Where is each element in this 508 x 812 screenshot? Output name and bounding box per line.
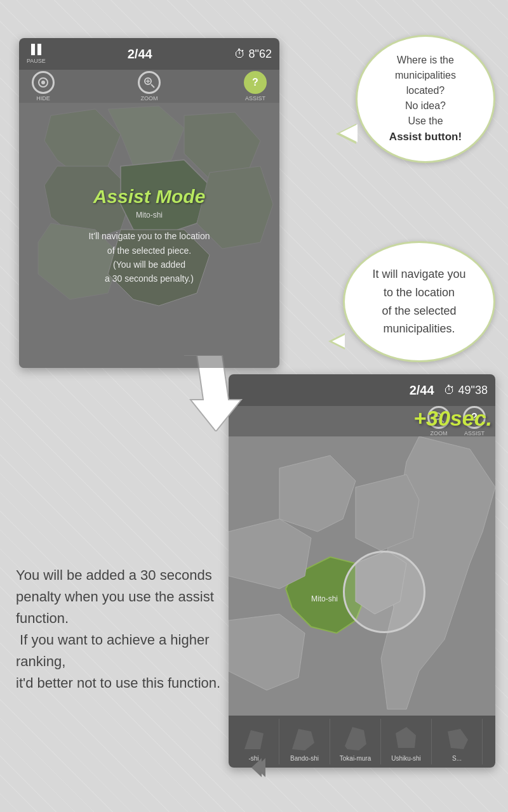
game-map-area-bottom: Mito-shi (229, 436, 495, 716)
pause-button[interactable]: PAUSE (27, 44, 46, 64)
level-count: 2/44 (128, 47, 152, 62)
speech-bubble-2: It will navigate you to the location of … (343, 241, 495, 362)
pause-bar-2 (37, 44, 41, 55)
assist-desc-line2: of the selected piece. (107, 246, 191, 256)
game-header-top: PAUSE 2/44 ⏱ 8"62 (19, 38, 279, 70)
game-map-area-top: Tsuchiura-shi Tsuchiura-shi Assist Mode … (19, 103, 279, 368)
bubble-2-line3: of the selected (382, 304, 456, 317)
assist-icon: ? (244, 71, 267, 94)
bubble-2-line2: to the location (384, 286, 455, 299)
back-chevron[interactable] (248, 755, 273, 785)
hide-icon (32, 71, 55, 94)
bubble-1-text: Where is the municipalities located? No … (370, 53, 481, 145)
zoom-button[interactable]: ZOOM (138, 71, 161, 102)
bottom-screenshot: 2/44 ⏱ 49"38 +30sec. ZOOM ? ASSIST (229, 374, 495, 768)
timer-icon: ⏱ (234, 48, 246, 61)
bubble-1-line1: Where is the (397, 55, 454, 65)
game-header-bottom: 2/44 ⏱ 49"38 (229, 374, 495, 406)
muni-name: S... (452, 755, 462, 762)
list-item[interactable]: Tokai-mura (330, 719, 381, 764)
level-count-bottom: 2/44 (410, 383, 434, 398)
hide-button[interactable]: HIDE (32, 71, 55, 102)
penalty-text: +30sec. (413, 406, 492, 430)
left-description-text: You will be added a 30 seconds penalty w… (16, 565, 232, 695)
svg-text:Mito-shi: Mito-shi (311, 594, 338, 603)
svg-marker-40 (251, 758, 262, 777)
hide-label: HIDE (36, 95, 50, 102)
svg-marker-37 (396, 727, 416, 748)
location-circle (343, 551, 425, 633)
game-toolbar-top: HIDE ZOOM ? ASSIST (19, 70, 279, 103)
svg-point-1 (41, 81, 45, 84)
assist-desc-line1: It'll navigate you to the location (88, 231, 210, 241)
pause-label: PAUSE (27, 58, 46, 64)
assist-label-bottom: ASSIST (464, 430, 485, 436)
bubble-1-line2: municipalities (395, 70, 456, 81)
svg-marker-34 (244, 730, 264, 749)
assist-desc-line3: (You will be added (113, 259, 185, 270)
bubble-1-line5: Use the (408, 115, 443, 126)
timer-area-bottom: ⏱ 49"38 (444, 384, 488, 397)
bubble-1-line4: No idea? (405, 100, 446, 111)
muni-name: Ushiku-shi (391, 755, 421, 762)
assist-button[interactable]: ? ASSIST (244, 71, 267, 102)
timer-area: ⏱ 8"62 (234, 48, 272, 61)
bubble-1-highlight: Assist button! (389, 131, 462, 143)
pause-bar-1 (31, 44, 35, 55)
assist-mode-subtitle: Mito-shi (136, 211, 163, 219)
svg-marker-35 (292, 729, 314, 750)
assist-mode-overlay: Assist Mode Mito-shi It'll navigate you … (19, 103, 279, 368)
assist-label: ASSIST (245, 95, 265, 102)
penalty-overlay: +30sec. (413, 406, 492, 431)
svg-marker-36 (345, 727, 366, 750)
speech-bubble-1: Where is the municipalities located? No … (356, 35, 495, 163)
list-item[interactable]: Bando-shi (279, 719, 330, 764)
list-item[interactable]: S... (432, 719, 483, 764)
zoom-icon (138, 71, 161, 94)
top-screenshot: PAUSE 2/44 ⏱ 8"62 HIDE (19, 38, 279, 368)
muni-name: Bando-shi (290, 755, 319, 762)
bubble-2-line4: municipalities. (383, 322, 455, 335)
muni-name: Tokai-mura (340, 755, 371, 762)
bubble-1-line3: located? (406, 85, 445, 96)
assist-mode-title: Assist Mode (93, 186, 206, 207)
svg-line-3 (151, 84, 154, 88)
timer-icon-bottom: ⏱ (444, 384, 455, 397)
left-description-area: You will be added a 30 seconds penalty w… (16, 565, 232, 695)
list-item[interactable]: Ushiku-shi (381, 719, 432, 764)
svg-marker-38 (448, 729, 468, 749)
svg-marker-31 (356, 475, 419, 551)
zoom-label: ZOOM (141, 95, 158, 102)
timer-value: 8"62 (249, 48, 272, 61)
assist-mode-description: It'll navigate you to the location of th… (88, 229, 210, 286)
assist-desc-line4: a 30 seconds penalty.) (105, 273, 194, 284)
bubble-2-line1: It will navigate you (372, 268, 465, 280)
zoom-label-bottom: ZOOM (431, 430, 448, 436)
bubble-2-text: It will navigate you to the location of … (361, 265, 478, 338)
timer-value-bottom: 49"38 (458, 384, 488, 397)
